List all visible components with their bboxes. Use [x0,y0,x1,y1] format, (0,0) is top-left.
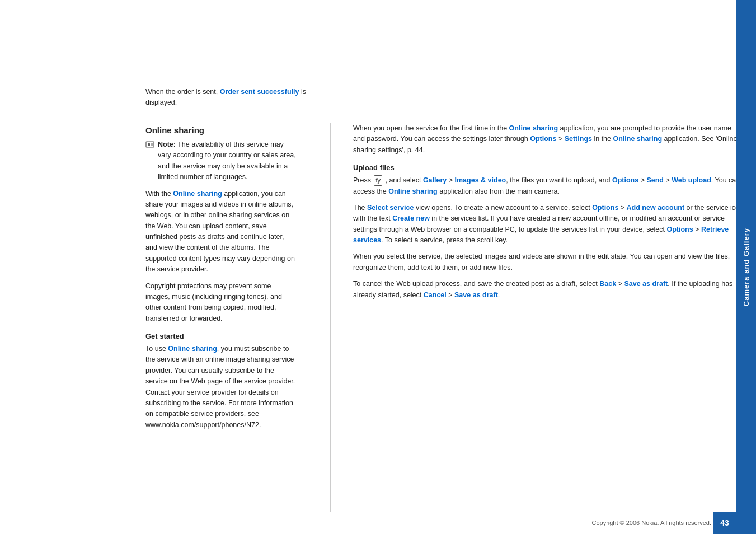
ri-text4: in the [592,135,613,143]
up1-e: > [664,176,672,184]
note-icon [145,140,154,151]
gallery-link[interactable]: Gallery [423,176,447,184]
right-column: When you open the service for the first … [353,123,756,512]
back-link[interactable]: Back [599,280,616,288]
top-sentence-text1: When the order is sent, [145,88,220,96]
up1-b: > [447,176,454,184]
ri-link2[interactable]: Options [530,135,556,143]
copyright: Copyright © 2006 Nokia. All rights reser… [591,519,711,526]
sidebar-tab: Camera and Gallery [736,0,756,534]
right-intro-para: When you open the service for the first … [353,123,745,156]
online-sharing-link2[interactable]: Online sharing [168,345,217,353]
main-content: When the order is sent, Order sent succe… [145,0,756,534]
upload-para2: The Select service view opens. To create… [353,203,745,246]
up4-d: > [447,291,454,299]
upload-para3: When you select the service, the selecte… [353,251,745,273]
up2-e: > [693,226,701,233]
up4-b: > [616,280,624,288]
online-sharing-para1: With the Online sharing application, you… [145,189,297,275]
order-sent-link[interactable]: Order sent successfully [220,88,299,96]
note-label: Note: [158,140,176,148]
online-sharing-link1[interactable]: Online sharing [173,190,222,198]
note-text: Note: The availability of this service m… [158,139,297,183]
web-upload-link[interactable]: Web upload [672,176,711,184]
send-link[interactable]: Send [646,176,664,184]
cancel-link[interactable]: Cancel [424,291,447,299]
upload-para4: To cancel the Web upload process, and sa… [353,279,745,301]
up1-g: application also from the main camera. [438,188,560,195]
upload-files-heading: Upload files [353,163,745,172]
add-new-account-link[interactable]: Add new account [627,204,684,212]
left-column: Online sharing Note: The availability of… [145,123,308,512]
up2-b: > [618,204,626,212]
up2-after: view opens. To create a new account to a… [414,204,592,212]
save-as-draft-link2[interactable]: Save as draft [454,291,498,299]
get-started-text2: , you must subscribe to the service with… [145,345,295,429]
para1-text1: With the [145,190,173,198]
select-service-link[interactable]: Select service [367,204,414,212]
options-link2[interactable]: Options [592,204,618,212]
svg-rect-1 [148,143,150,146]
upload-para1: Press fy , and select Gallery > Images &… [353,175,745,197]
ri-text1: When you open the service for the first … [353,124,509,132]
up2-before: The [353,204,367,212]
note-body: The availability of this service may var… [158,140,296,181]
up1-c: , the files you want to upload, and [506,176,612,184]
ri-link3[interactable]: Settings [565,135,592,143]
save-as-draft-link1[interactable]: Save as draft [624,280,668,288]
up2-f: . To select a service, press the scroll … [381,236,508,244]
page-number: 43 [720,518,729,527]
options-link1[interactable]: Options [612,176,638,184]
ri-link1[interactable]: Online sharing [509,124,558,132]
menu-icon: fy [374,175,382,186]
options-link3[interactable]: Options [666,226,693,233]
page-number-box: 43 [713,512,736,534]
up1-text2: , and select [383,176,423,184]
left-margin [0,0,145,534]
up1-d: > [638,176,646,184]
sidebar-tab-label: Camera and Gallery [742,228,750,306]
top-sentence: When the order is sent, Order sent succe… [145,87,308,109]
create-new-link[interactable]: Create new [392,214,430,222]
note-box: Note: The availability of this service m… [145,139,297,183]
up4-before: To cancel the Web upload process, and sa… [353,280,599,288]
ri-link4[interactable]: Online sharing [613,135,663,143]
column-divider [330,123,331,512]
page-wrapper: When the order is sent, Order sent succe… [0,0,756,534]
up1-text1: Press [353,176,373,184]
images-video-link[interactable]: Images & video [455,176,506,184]
online-sharing-heading: Online sharing [145,125,297,135]
online-sharing-link3[interactable]: Online sharing [388,188,438,195]
get-started-para: To use Online sharing, you must subscrib… [145,344,297,430]
ri-text3: > [556,135,564,143]
get-started-heading: Get started [145,332,297,340]
online-sharing-para2: Copyright protections may prevent some i… [145,281,297,325]
para1-text2: application, you can share your images a… [145,190,295,274]
get-started-text1: To use [145,345,168,353]
up4-e: . [498,291,500,299]
